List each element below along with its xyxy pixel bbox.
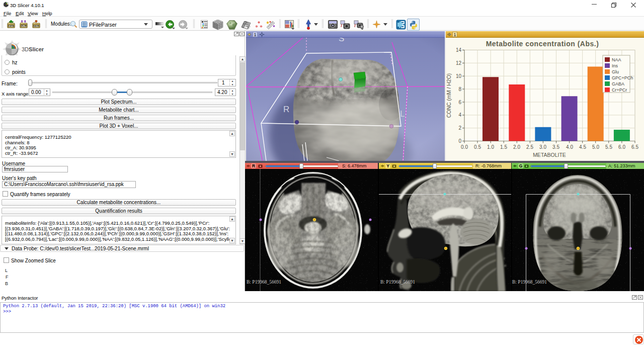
svg-text:METABOLITE: METABOLITE (533, 152, 566, 158)
svg-text:0.0: 0.0 (461, 144, 468, 150)
svg-text:B: P19968_56691: B: P19968_56691 (247, 280, 281, 285)
svg-text:3.5: 3.5 (552, 144, 559, 150)
svg-text:14: 14 (456, 47, 462, 53)
svg-text:Cr+PCr: Cr+PCr (612, 87, 627, 93)
svg-text:6.0: 6.0 (618, 144, 625, 150)
svg-text:5.5: 5.5 (605, 144, 612, 150)
svg-text:CONC (mM / H2O): CONC (mM / H2O) (446, 73, 452, 118)
svg-text:0: 0 (458, 138, 461, 144)
svg-text:Ins: Ins (612, 63, 618, 68)
svg-text:1.5: 1.5 (500, 144, 507, 150)
svg-text:R: R (283, 105, 289, 114)
svg-text:4.0: 4.0 (566, 144, 573, 150)
svg-text:2: 2 (458, 125, 461, 131)
svg-text:4.5: 4.5 (579, 144, 586, 150)
svg-text:10: 10 (456, 73, 462, 79)
svg-text:0.5: 0.5 (474, 144, 481, 150)
svg-text:GPC+PCh: GPC+PCh (612, 75, 633, 80)
svg-text:2.5: 2.5 (526, 144, 533, 150)
svg-text:B: P19968_56691: B: P19968_56691 (512, 280, 547, 285)
svg-text:NAA: NAA (612, 57, 621, 62)
svg-text:3.0: 3.0 (539, 144, 546, 150)
svg-text:2.0: 2.0 (513, 144, 520, 150)
svg-text:GABA: GABA (612, 81, 624, 86)
svg-text:S: S (339, 38, 344, 43)
svg-text:DCM: DCM (21, 25, 27, 27)
svg-text:6.5: 6.5 (631, 144, 638, 150)
svg-text:Glu: Glu (612, 69, 619, 74)
svg-text:DATA: DATA (8, 25, 14, 27)
svg-text:Metabolite concentration (Abs.: Metabolite concentration (Abs.) (486, 40, 599, 48)
svg-text:4: 4 (458, 112, 461, 118)
svg-text:B: P19968_56691: B: P19968_56691 (380, 280, 415, 285)
svg-text:8: 8 (458, 86, 461, 92)
svg-text:12: 12 (456, 60, 462, 66)
svg-text:6: 6 (458, 100, 461, 105)
svg-text:1.0: 1.0 (487, 144, 494, 150)
svg-text:5.0: 5.0 (592, 144, 599, 150)
svg-text:L: L (400, 109, 405, 119)
svg-text:SAVE: SAVE (33, 25, 39, 27)
